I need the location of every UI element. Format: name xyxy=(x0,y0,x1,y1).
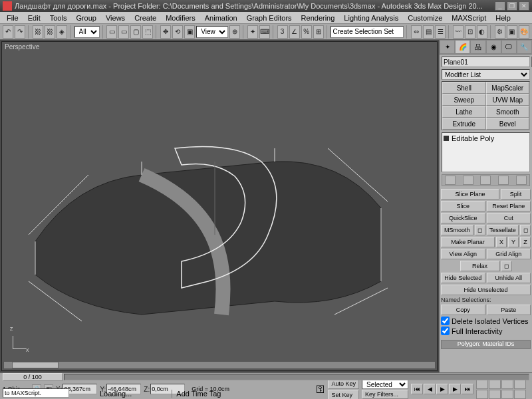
key-icon[interactable]: ⚿ xyxy=(316,384,325,394)
next-frame-button[interactable]: ▶ xyxy=(449,384,461,394)
zoom-all-button[interactable] xyxy=(489,380,501,389)
setkey-button[interactable]: Set Key xyxy=(328,390,359,400)
spinner-snap-button[interactable]: ⊞ xyxy=(313,25,324,39)
select-name-button[interactable]: ▭ xyxy=(118,25,129,39)
unhide-all-button[interactable]: Unhide All xyxy=(487,273,531,283)
cut-button[interactable]: Cut xyxy=(487,213,531,223)
remove-modifier-button[interactable] xyxy=(498,176,509,185)
render-button[interactable]: 🎨 xyxy=(519,25,529,39)
menu-group[interactable]: Group xyxy=(72,13,100,23)
menu-grapheditors[interactable]: Graph Editors xyxy=(243,13,296,23)
fov-button[interactable] xyxy=(476,390,488,399)
zoom-button[interactable] xyxy=(476,380,488,389)
select-button[interactable]: ▭ xyxy=(106,25,117,39)
rendered-frame-button[interactable]: ▣ xyxy=(507,25,517,39)
render-setup-button[interactable]: ⚙ xyxy=(495,25,505,39)
selectionset-input[interactable] xyxy=(331,26,404,38)
tessellate-settings-button[interactable]: ◻ xyxy=(520,225,531,235)
timeline-track[interactable] xyxy=(64,374,529,380)
hide-selected-button[interactable]: Hide Selected xyxy=(441,273,485,283)
rotate-button[interactable]: ⟲ xyxy=(172,25,183,39)
zoom-extents-all-button[interactable] xyxy=(514,380,526,389)
mapscaler-button[interactable]: MapScaler xyxy=(486,82,530,94)
bevel-button[interactable]: Bevel xyxy=(486,118,530,130)
prev-frame-button[interactable]: ◀ xyxy=(424,384,436,394)
curve-editor-button[interactable]: 〰 xyxy=(453,25,464,39)
menu-help[interactable]: Help xyxy=(491,13,515,23)
polygon-material-ids-rollout[interactable]: Polygon: Material IDs xyxy=(441,340,531,349)
select-region-button[interactable]: ▢ xyxy=(130,25,141,39)
goto-end-button[interactable]: ⏭ xyxy=(462,384,473,394)
motion-tab[interactable]: ◉ xyxy=(486,40,501,54)
utilities-tab[interactable]: 🔧 xyxy=(517,40,532,54)
paste-selection-button[interactable]: Paste xyxy=(487,305,531,315)
bind-button[interactable]: ◈ xyxy=(57,25,67,39)
close-button[interactable]: ✕ xyxy=(519,1,529,11)
planar-y-button[interactable]: Y xyxy=(508,237,519,247)
menu-file[interactable]: File xyxy=(3,13,23,23)
keyboard-shortcut-button[interactable]: ⌨ xyxy=(259,25,270,39)
viewport-scrollbar[interactable] xyxy=(3,361,436,369)
key-filters-button[interactable]: Key Filters... xyxy=(362,390,408,399)
modify-tab[interactable]: 🌈 xyxy=(455,40,470,54)
orbit-button[interactable] xyxy=(501,390,513,399)
display-tab[interactable]: 🖵 xyxy=(501,40,517,54)
quickslice-button[interactable]: QuickSlice xyxy=(441,213,485,223)
link-button[interactable]: ⛓ xyxy=(33,25,43,39)
minimize-button[interactable]: _ xyxy=(495,1,505,11)
undo-button[interactable]: ↶ xyxy=(3,25,13,39)
maximize-viewport-button[interactable] xyxy=(514,390,526,399)
tessellate-button[interactable]: Tessellate xyxy=(487,225,519,235)
lathe-button[interactable]: Lathe xyxy=(442,106,486,118)
slice-button[interactable]: Slice xyxy=(441,201,485,211)
keymode-dropdown[interactable]: Selected xyxy=(362,380,408,389)
slice-plane-button[interactable]: Slice Plane xyxy=(441,189,499,200)
time-slider[interactable]: 0 / 100 xyxy=(3,373,63,381)
material-editor-button[interactable]: ◐ xyxy=(477,25,487,39)
pin-stack-button[interactable] xyxy=(445,176,456,185)
play-button[interactable]: ▶ xyxy=(436,384,448,394)
make-planar-button[interactable]: Make Planar xyxy=(441,237,495,247)
scale-button[interactable]: ▣ xyxy=(184,25,195,39)
reset-plane-button[interactable]: Reset Plane xyxy=(487,201,531,211)
delete-isolated-checkbox[interactable]: Delete Isolated Vertices xyxy=(441,317,531,325)
menu-animation[interactable]: Animation xyxy=(201,13,241,23)
copy-selection-button[interactable]: Copy xyxy=(441,305,485,315)
view-align-button[interactable]: View Align xyxy=(441,249,485,259)
smooth-button[interactable]: Smooth xyxy=(486,106,530,118)
object-name-input[interactable] xyxy=(442,57,530,67)
modifier-stack[interactable]: Editable Poly xyxy=(442,132,530,172)
refcoord-dropdown[interactable]: View xyxy=(196,26,228,38)
layers-button[interactable]: ☰ xyxy=(435,25,446,39)
relax-button[interactable]: Relax xyxy=(460,261,500,271)
sweep-button[interactable]: Sweep xyxy=(442,94,486,106)
add-time-tag[interactable]: Add Time Tag xyxy=(172,390,221,398)
create-tab[interactable]: ✦ xyxy=(440,40,455,54)
planar-z-button[interactable]: Z xyxy=(520,237,531,247)
menu-customize[interactable]: Customize xyxy=(404,13,446,23)
menu-tools[interactable]: Tools xyxy=(46,13,71,23)
maximize-button[interactable]: ❐ xyxy=(507,1,517,11)
msmooth-settings-button[interactable]: ◻ xyxy=(475,225,485,235)
menu-lighting[interactable]: Lighting Analysis xyxy=(340,13,402,23)
menu-maxscript[interactable]: MAXScript xyxy=(448,13,490,23)
pivot-button[interactable]: ⊕ xyxy=(229,25,240,39)
schematic-button[interactable]: ⊡ xyxy=(465,25,475,39)
menu-rendering[interactable]: Rendering xyxy=(297,13,339,23)
snap-button[interactable]: 3 xyxy=(277,25,288,39)
split-button[interactable]: Split xyxy=(501,189,531,200)
align-button[interactable]: ▤ xyxy=(423,25,434,39)
unique-button[interactable] xyxy=(480,176,491,185)
redo-button[interactable]: ↷ xyxy=(15,25,25,39)
shell-button[interactable]: Shell xyxy=(442,82,486,94)
msmooth-button[interactable]: MSmooth xyxy=(441,225,473,235)
grid-align-button[interactable]: Grid Align xyxy=(487,249,531,259)
manipulate-button[interactable]: ✦ xyxy=(247,25,258,39)
selection-filter[interactable]: All xyxy=(74,26,100,38)
maxscript-listener[interactable]: to MAXScript. xyxy=(3,388,69,398)
full-interactivity-checkbox[interactable]: Full Interactivity xyxy=(441,327,531,335)
hide-unselected-button[interactable]: Hide Unselected xyxy=(441,285,531,295)
pan-button[interactable] xyxy=(489,390,501,399)
stack-toggle-icon[interactable] xyxy=(444,136,449,141)
modifier-list-dropdown[interactable]: Modifier List xyxy=(442,69,530,80)
